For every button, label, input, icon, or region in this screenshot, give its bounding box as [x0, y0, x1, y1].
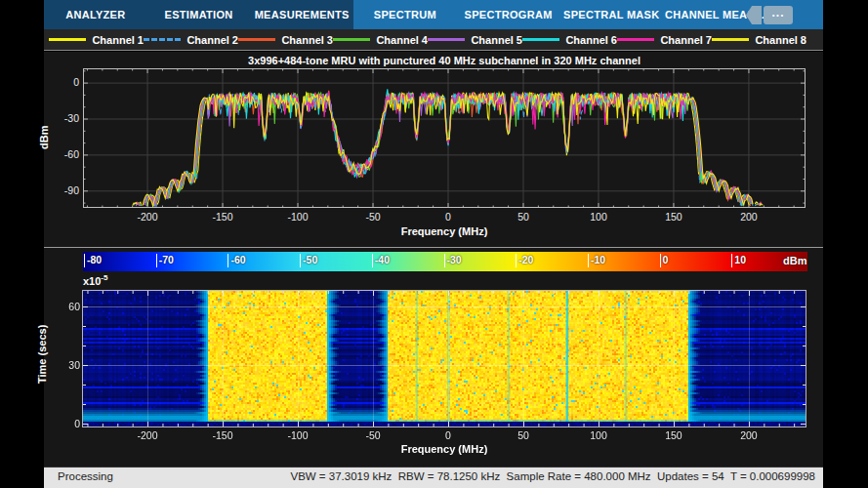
status-processing: Processing [58, 470, 113, 482]
legend-item-channel-4[interactable]: Channel 4 [333, 34, 428, 46]
tick-label: -50 [351, 211, 394, 223]
spectrum-x-axis-label: Frequency (MHz) [83, 225, 806, 237]
legend-line-swatch [617, 38, 654, 41]
tick-label: 200 [727, 429, 770, 441]
more-options-button[interactable]: ... [764, 6, 793, 24]
tick-label: 100 [577, 429, 620, 441]
tick-label: -200 [126, 429, 169, 441]
channel-legend: Channel 1Channel 2Channel 3Channel 4Chan… [44, 29, 823, 51]
tab-analyzer[interactable]: ANALYZER [44, 0, 147, 29]
time-axis-multiplier: x10-5 [83, 273, 107, 287]
legend-label: Channel 3 [281, 34, 333, 46]
colorbar-tick-label: -80 [84, 254, 102, 267]
colorbar-tick-label: 10 [731, 254, 746, 267]
legend-line-swatch [522, 38, 559, 41]
tick-label: -150 [201, 211, 244, 223]
tick-label: -50 [351, 429, 394, 441]
tick-label: 0 [50, 76, 79, 88]
tick-label: 0 [51, 418, 80, 429]
colorbar-tick-label: -10 [588, 254, 605, 267]
toolstrip: ANALYZER ESTIMATION MEASUREMENTS SPECTRU… [44, 0, 823, 29]
tick-label: -30 [50, 112, 79, 124]
colorbar-tick-label: -30 [444, 254, 462, 267]
tick-label: 150 [652, 211, 695, 223]
legend-label: Channel 2 [186, 34, 238, 46]
legend-item-channel-8[interactable]: Channel 8 [712, 34, 806, 46]
legend-item-channel-5[interactable]: Channel 5 [428, 34, 522, 46]
tick-label: 50 [502, 211, 545, 223]
tab-spectral-mask[interactable]: SPECTRAL MASK [559, 0, 663, 29]
tab-estimation[interactable]: ESTIMATION [147, 0, 251, 29]
legend-line-swatch [712, 38, 749, 41]
tick-label: -60 [50, 148, 79, 160]
colorbar-tick-label: -70 [156, 254, 174, 267]
plot-title: 3x996+484-tone MRU with punctured 40 MHz… [83, 55, 806, 66]
spectrogram-figure: -80-70-60-50-40-30-20-10010 dBm x10-5 Ti… [44, 248, 823, 467]
legend-label: Channel 1 [92, 34, 144, 46]
colorbar-tick-label: -60 [227, 254, 245, 267]
spectrum-plot-area[interactable] [83, 68, 806, 208]
tick-label: 50 [502, 429, 545, 441]
tick-label: 60 [51, 301, 80, 312]
colorbar-tick-label: -50 [300, 254, 317, 267]
tick-label: -90 [50, 184, 79, 196]
spectrum-y-axis-label: dBm [38, 126, 50, 149]
status-bar: Processing VBW = 37.3019 kHz RBW = 78.12… [44, 467, 823, 488]
tick-label: -100 [276, 211, 319, 223]
legend-item-channel-6[interactable]: Channel 6 [522, 34, 617, 46]
spectrum-traces [83, 68, 806, 208]
tick-label: -200 [126, 211, 169, 223]
tick-label: -100 [276, 429, 319, 441]
spectrogram-y-axis-label: Time (secs) [36, 325, 48, 384]
legend-line-swatch [144, 38, 181, 41]
spectrum-analyzer-window: ANALYZER ESTIMATION MEASUREMENTS SPECTRU… [44, 0, 823, 488]
tick-label: 30 [51, 359, 80, 371]
colorbar-tick-label: -40 [372, 254, 390, 267]
legend-item-channel-2[interactable]: Channel 2 [144, 34, 238, 46]
legend-label: Channel 6 [565, 34, 617, 46]
spectrogram-x-axis-label: Frequency (MHz) [83, 443, 806, 455]
colorbar-tick-label: -20 [516, 254, 533, 267]
spectrum-figure: 3x996+484-tone MRU with punctured 40 MHz… [44, 52, 823, 247]
legend-line-swatch [238, 38, 275, 41]
legend-item-channel-7[interactable]: Channel 7 [617, 34, 712, 46]
legend-line-swatch [333, 38, 370, 41]
legend-line-swatch [428, 38, 465, 41]
tick-label: 200 [727, 211, 770, 223]
colorbar-unit-label: dBm [783, 255, 806, 266]
tab-measurements[interactable]: MEASUREMENTS [250, 0, 353, 29]
legend-line-swatch [49, 38, 86, 41]
tab-spectrogram[interactable]: SPECTROGRAM [457, 0, 560, 29]
legend-label: Channel 4 [376, 34, 428, 46]
tick-label: 0 [427, 211, 470, 223]
legend-label: Channel 8 [755, 34, 806, 46]
status-measurements: VBW = 37.3019 kHz RBW = 78.1250 kHz Samp… [290, 470, 815, 482]
legend-item-channel-3[interactable]: Channel 3 [238, 34, 333, 46]
toolstrip-tabs: ANALYZER ESTIMATION MEASUREMENTS SPECTRU… [44, 0, 823, 29]
tab-spectrum[interactable]: SPECTRUM [353, 0, 457, 29]
tick-label: 150 [652, 429, 695, 441]
legend-label: Channel 5 [471, 34, 522, 46]
legend-item-channel-1[interactable]: Channel 1 [49, 34, 144, 46]
spectrogram-canvas[interactable] [83, 291, 806, 427]
tick-label: 100 [577, 211, 620, 223]
tick-label: 0 [427, 429, 470, 441]
legend-label: Channel 7 [660, 34, 712, 46]
tick-label: -150 [201, 429, 244, 441]
colorbar-tick-label: 0 [660, 254, 669, 267]
